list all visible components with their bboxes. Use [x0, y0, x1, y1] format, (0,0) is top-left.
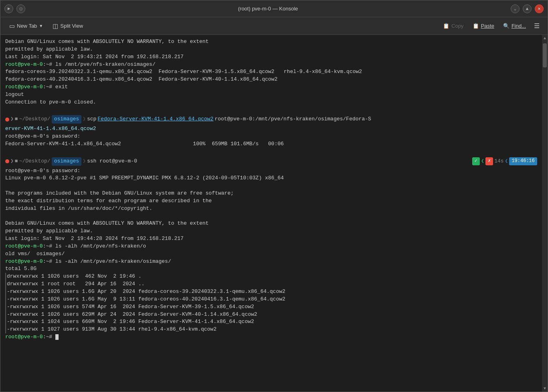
terminal-line: root@pve-m-0:~# ls /mnt/pve/nfs-kraken/o… [5, 61, 537, 69]
terminal-line: -rwxrwxrwx 1 1026 users 629M Apr 24 2024… [5, 311, 537, 319]
scp-cmd: scp [87, 116, 96, 123]
terminal-line: old vms/ osimages/ [5, 250, 537, 258]
split-view-icon: ◫ [53, 22, 58, 30]
new-tab-icon: ▭ [9, 22, 15, 30]
terminal-line: Linux pve-m-0 6.8.12-2-pve #1 SMP PREEMP… [5, 175, 537, 182]
terminal-line: permitted by applicable law. [5, 46, 537, 53]
prompt-dir: osimages [52, 115, 81, 124]
new-tab-label: New Tab [17, 23, 37, 29]
terminal-line: root@pve-m-0's password: [5, 167, 537, 175]
prompt-tilde-label: ~/Desktop/ [19, 116, 51, 123]
titlebar-left: ► ◯ [4, 4, 25, 13]
paste-button[interactable]: 📋 Paste [469, 21, 498, 31]
terminal-line: root@pve-m-0:~# exit [5, 83, 537, 91]
terminal-line: individual files in /usr/share/doc/*/cop… [5, 205, 537, 213]
terminal-line: drwxrwxrwx 1 1026 users 462 Nov 2 19:46 … [5, 273, 537, 280]
copy-button[interactable]: 📋 Copy [439, 21, 467, 31]
prompt-chevron-icon2: ❯ [10, 158, 14, 165]
find-button[interactable]: 🔍 Find... [499, 21, 530, 31]
prompt-tilde2: ■ [15, 158, 18, 165]
terminal-line: total 5.8G [5, 265, 537, 273]
scroll-up-arrow[interactable]: ▲ [542, 35, 548, 41]
terminal-container: Debian GNU/Linux comes with ABSOLUTELY N… [0, 35, 548, 392]
dropdown-arrow-icon[interactable]: ▼ [39, 24, 43, 28]
status-bar: ✓ ❮ ✗ 14s ❮ 19:46:16 [472, 157, 537, 165]
scroll-down-arrow[interactable]: ▼ [542, 385, 548, 392]
back-button[interactable]: ◯ [16, 4, 25, 13]
prompt-line-scp: ❯ ■ ~/Desktop/osimages ❯ scp Fedora-Serv… [5, 115, 537, 124]
status-arrow1-icon: ❮ [481, 158, 484, 165]
terminal-line: fedora-coreos-40.20240416.3.1-qemu.x86_6… [5, 76, 537, 83]
status-x-badge: ✗ [485, 157, 493, 165]
scp-dest: root@pve-m-0:/mnt/pve/nfs-kraken/osimage… [215, 116, 371, 123]
copy-label: Copy [451, 23, 463, 29]
close-button[interactable]: ✕ [535, 4, 544, 13]
scroll-thumb[interactable] [543, 43, 547, 67]
find-label: Find... [511, 23, 526, 29]
prompt-dot-icon2 [5, 159, 9, 163]
terminal-line: root@pve-m-0:~# ls -alh /mnt/pve/nfs-kra… [5, 243, 537, 250]
scrollbar[interactable]: ▲ ▼ [542, 35, 548, 392]
terminal-line: -rwxrwxrwx 1 1026 users 574M Apr 16 2024… [5, 303, 537, 311]
menu-button[interactable]: ► [4, 4, 13, 13]
titlebar: ► ◯ (root) pve-m-0 — Konsole ⌄ ▲ ✕ [0, 0, 548, 17]
prompt-left: ❯ ■ ~/Desktop/osimages ❯ ssh root@pve-m-… [5, 157, 137, 166]
terminal-line: fedora-coreos-39.20240322.3.1-qemu.x86_6… [5, 68, 537, 76]
maximize-button[interactable]: ▲ [523, 4, 532, 13]
terminal-line: the exact distribution terms for each pr… [5, 197, 537, 205]
terminal-line: -rwxrwxrwx 1 1024 users 660M Nov 2 19:46… [5, 318, 537, 326]
new-tab-button[interactable]: ▭ New Tab ▼ [5, 20, 47, 32]
copy-icon: 📋 [443, 23, 449, 29]
terminal-line: root@pve-m-0's password: [5, 133, 537, 140]
toolbar-right: 📋 Copy 📋 Paste 🔍 Find... ☰ [439, 20, 543, 32]
terminal-cursor [55, 334, 59, 340]
split-view-label: Split View [60, 23, 83, 29]
terminal-line: logout [5, 91, 537, 99]
terminal-line: -rwxrwxrwx 1 1026 users 1.6G May 9 13:11… [5, 296, 537, 303]
paste-icon: 📋 [473, 23, 479, 29]
terminal-line: The programs included with the Debian GN… [5, 190, 537, 197]
terminal-line: -rwxrwxrwx 1 1026 users 1.6G Apr 20 2024… [5, 288, 537, 296]
split-view-button[interactable]: ◫ Split View [49, 20, 87, 32]
terminal-line: -rwxrwxrwx 1 1027 users 913M Aug 30 13:4… [5, 326, 537, 333]
terminal-line: permitted by applicable law. [5, 227, 537, 235]
prompt-tilde-label2: ~/Desktop/ [19, 158, 51, 165]
terminal-line: Last login: Sat Nov 2 19:43:21 2024 from… [5, 53, 537, 61]
window-title: (root) pve-m-0 — Konsole [238, 6, 298, 12]
konsole-window: ► ◯ (root) pve-m-0 — Konsole ⌄ ▲ ✕ ▭ New… [0, 0, 548, 392]
prompt-dir2: osimages [52, 157, 81, 166]
scp-filename: Fedora-Server-KVM-41-1.4.x86_64.qcow2 [97, 116, 213, 123]
terminal-line: Debian GNU/Linux comes with ABSOLUTELY N… [5, 220, 537, 227]
status-time-arrow-icon: ❮ [505, 158, 508, 165]
status-time-label: 14s [494, 158, 503, 165]
terminal-line: Last login: Sat Nov 2 19:44:28 2024 from… [5, 235, 537, 243]
search-icon: 🔍 [503, 23, 509, 29]
terminal-line: Debian GNU/Linux comes with ABSOLUTELY N… [5, 38, 537, 46]
status-clock: 19:46:16 [509, 157, 537, 165]
prompt-tilde: ■ [15, 116, 18, 123]
terminal-output[interactable]: Debian GNU/Linux comes with ABSOLUTELY N… [0, 35, 542, 392]
prompt-chevron-icon: ❯ [10, 116, 14, 123]
prompt-right-icon: ❯ [83, 116, 86, 123]
titlebar-right: ⌄ ▲ ✕ [511, 4, 544, 13]
prompt-dot-icon [5, 118, 9, 122]
terminal-line-progress: Fedora-Server-KVM-41-1.4.x86_64.qcow2 10… [5, 140, 537, 148]
toolbar: ▭ New Tab ▼ ◫ Split View 📋 Copy 📋 Paste … [0, 17, 548, 35]
terminal-line: drwxrwxrwx 1 root root 294 Apr 16 2024 .… [5, 280, 537, 288]
ssh-cmd: ssh root@pve-m-0 [87, 158, 137, 165]
status-ok-badge: ✓ [472, 157, 480, 165]
scroll-track[interactable] [542, 41, 548, 385]
paste-label: Paste [481, 23, 494, 29]
prompt-line-ssh: ❯ ■ ~/Desktop/osimages ❯ ssh root@pve-m-… [5, 157, 537, 166]
minimize-button[interactable]: ⌄ [511, 4, 520, 13]
terminal-line: root@pve-m-0:~# ls -alh /mnt/pve/nfs-kra… [5, 258, 537, 266]
prompt-right-icon2: ❯ [83, 158, 86, 165]
terminal-last-line: root@pve-m-0:~# [5, 333, 537, 341]
hamburger-menu-button[interactable]: ☰ [531, 20, 543, 32]
terminal-line: erver-KVM-41-1.4.x86_64.qcow2 [5, 125, 537, 133]
terminal-line: Connection to pve-m-0 closed. [5, 99, 537, 106]
